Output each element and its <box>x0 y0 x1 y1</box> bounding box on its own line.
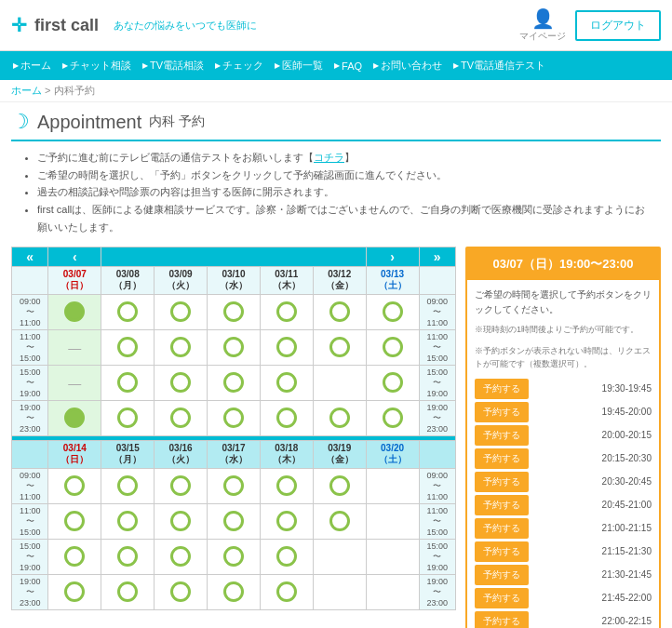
prev-prev-btn-cell: « <box>12 247 48 267</box>
slot-w2-thu-4[interactable] <box>260 575 313 610</box>
nav-doctors[interactable]: 医師一覧 <box>269 51 329 80</box>
slot-w1-tue-2[interactable] <box>155 330 208 366</box>
slot-w2-sun-4[interactable] <box>48 575 101 610</box>
time-label-2: 11:00〜15:00 <box>12 330 48 366</box>
slot-w2-tue-4[interactable] <box>155 575 208 610</box>
slot-w1-sat-3[interactable] <box>366 366 419 401</box>
slot-w2-mon-3[interactable] <box>101 540 155 575</box>
slot-w2-sun-2[interactable] <box>48 504 101 540</box>
slot-w1-thu-1[interactable] <box>260 295 313 330</box>
calendar-table: « ‹ › » 03/07（日） 03/08（月） 03/09（火） 0 <box>11 247 456 610</box>
nav-contact[interactable]: お問い合わせ <box>368 51 448 80</box>
test-link[interactable]: コチラ <box>314 152 344 163</box>
slot-w1-wed-1[interactable] <box>208 295 261 330</box>
time-label-w2-3: 15:00〜19:00 <box>12 540 48 575</box>
slot-w1-fri-4[interactable] <box>313 401 366 436</box>
circle-avail <box>170 408 191 428</box>
dash: — <box>68 376 81 391</box>
slot-w2-fri-2[interactable] <box>313 504 366 540</box>
slot-w1-sun-4[interactable] <box>48 401 101 436</box>
circle-avail <box>223 337 244 357</box>
slot-w2-sun-3[interactable] <box>48 540 101 575</box>
reserve-button-1[interactable]: 予約する <box>475 402 529 422</box>
reserve-button-10[interactable]: 予約する <box>475 611 529 628</box>
mypage-area[interactable]: 👤 マイページ <box>519 7 566 43</box>
slot-w1-mon-2[interactable] <box>101 330 155 366</box>
next-button[interactable]: › <box>390 249 395 264</box>
reserve-button-6[interactable]: 予約する <box>475 518 529 539</box>
slot-w2-tue-3[interactable] <box>155 540 208 575</box>
slot-w1-fri-2[interactable] <box>313 330 366 366</box>
day-header-wed: 03/10（水） <box>208 267 261 295</box>
slot-w1-sat-4[interactable] <box>366 401 419 436</box>
nav-check[interactable]: チェック <box>209 51 269 80</box>
slot-w2-tue-2[interactable] <box>155 504 208 540</box>
time-header-right <box>419 267 456 295</box>
slot-w1-sat-1[interactable] <box>366 295 419 330</box>
slot-w2-wed-2[interactable] <box>208 504 261 540</box>
right-panel-body: ご希望の時間を選択して予約ボタンをクリックしてください。 ※現時刻の1時間後より… <box>467 280 659 628</box>
circle-avail <box>64 511 85 531</box>
appointment-subtitle: 内科 予約 <box>149 114 205 130</box>
circle-avail <box>276 408 297 428</box>
circle-avail <box>223 511 244 531</box>
info-item-3: 過去の相談記録や問診票の内容は担当する医師に開示されます。 <box>37 183 650 201</box>
user-icon: 👤 <box>531 7 555 30</box>
slot-w1-sat-2[interactable] <box>366 330 419 366</box>
circle-avail <box>383 408 403 428</box>
prev-prev-button[interactable]: « <box>26 249 34 264</box>
reserve-button-7[interactable]: 予約する <box>475 541 529 562</box>
circle-avail <box>117 301 138 322</box>
nav-faq[interactable]: FAQ <box>329 53 368 79</box>
reserve-button-5[interactable]: 予約する <box>475 495 529 515</box>
nav-tv-test[interactable]: TV電話通信テスト <box>448 51 551 80</box>
nav-tv-phone[interactable]: TV電話相談 <box>137 51 209 80</box>
slot-w1-tue-3[interactable] <box>155 366 208 401</box>
slot-w1-mon-4[interactable] <box>101 401 155 436</box>
slot-w1-thu-2[interactable] <box>260 330 313 366</box>
reserve-button-3[interactable]: 予約する <box>475 448 529 469</box>
slot-w2-wed-3[interactable] <box>208 540 261 575</box>
slot-w1-thu-3[interactable] <box>260 366 313 401</box>
slot-w1-wed-4[interactable] <box>208 401 261 436</box>
slot-w2-mon-4[interactable] <box>101 575 155 610</box>
slot-w2-tue-1[interactable] <box>155 469 208 504</box>
slot-w2-wed-4[interactable] <box>208 575 261 610</box>
breadcrumb-home[interactable]: ホーム <box>11 85 42 96</box>
slot-w2-fri-1[interactable] <box>313 469 366 504</box>
time-slot-row-8: 予約する21:30-21:45 <box>475 565 652 585</box>
slot-w2-thu-3[interactable] <box>260 540 313 575</box>
slot-w1-wed-3[interactable] <box>208 366 261 401</box>
right-panel-header: 03/07（日）19:00〜23:00 <box>467 248 659 280</box>
reserve-button-8[interactable]: 予約する <box>475 565 529 585</box>
slot-w2-mon-2[interactable] <box>101 504 155 540</box>
circle-avail <box>64 581 85 602</box>
slot-w2-thu-2[interactable] <box>260 504 313 540</box>
reserve-button-4[interactable]: 予約する <box>475 472 529 492</box>
reserve-button-2[interactable]: 予約する <box>475 425 529 446</box>
time-label-1-right: 09:00〜11:00 <box>419 295 456 330</box>
prev-button[interactable]: ‹ <box>73 249 77 264</box>
slot-w2-mon-1[interactable] <box>101 469 155 504</box>
slot-w1-mon-1[interactable] <box>101 295 155 330</box>
nav-chat[interactable]: チャット相談 <box>57 51 137 80</box>
slot-w2-thu-1[interactable] <box>260 469 313 504</box>
circle-avail <box>383 301 403 322</box>
slot-w2-sun-1[interactable] <box>48 469 101 504</box>
slot-w1-wed-2[interactable] <box>208 330 261 366</box>
slot-w1-sun-1[interactable] <box>48 295 101 330</box>
slot-w1-thu-4[interactable] <box>260 401 313 436</box>
nav-home[interactable]: ホーム <box>7 51 57 80</box>
right-panel: 03/07（日）19:00〜23:00 ご希望の時間を選択して予約ボタンをクリッ… <box>465 247 661 628</box>
reserve-button-9[interactable]: 予約する <box>475 588 529 608</box>
slot-w2-sat-1 <box>366 469 419 504</box>
slot-w1-tue-4[interactable] <box>155 401 208 436</box>
slot-w1-mon-3[interactable] <box>101 366 155 401</box>
slot-w1-tue-1[interactable] <box>155 295 208 330</box>
slot-w2-wed-1[interactable] <box>208 469 261 504</box>
next-next-button[interactable]: » <box>434 249 441 264</box>
time-header-w2 <box>12 441 48 469</box>
logout-button[interactable]: ログアウト <box>575 10 661 41</box>
slot-w1-fri-1[interactable] <box>313 295 366 330</box>
reserve-button-0[interactable]: 予約する <box>475 379 529 399</box>
